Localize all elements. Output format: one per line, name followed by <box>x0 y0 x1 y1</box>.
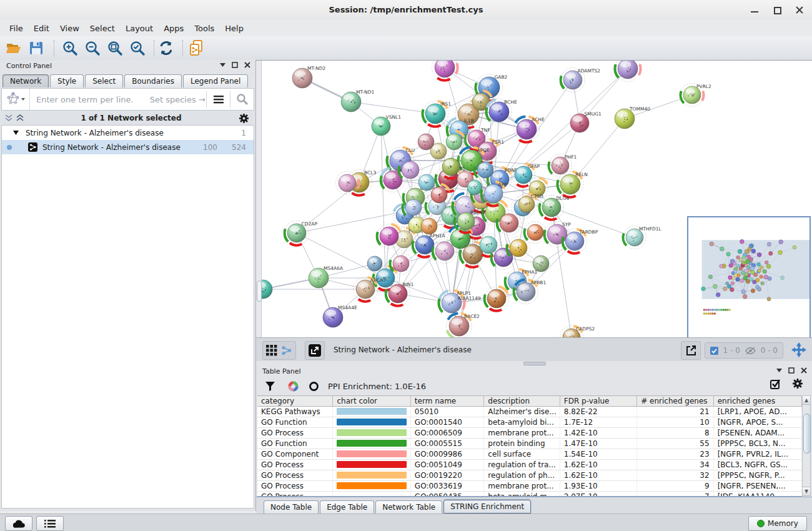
birds-eye-toggle-button[interactable] <box>791 342 807 358</box>
network-node[interactable]: RELN <box>557 172 587 197</box>
task-history-button[interactable] <box>36 516 64 531</box>
network-node[interactable]: SMUG1 <box>570 111 602 132</box>
selected-checkbox-icon[interactable] <box>710 347 718 355</box>
network-node[interactable] <box>467 180 482 195</box>
save-session-button[interactable] <box>27 39 45 57</box>
table-row[interactable]: GO FunctionGO:0005515protein binding1.47… <box>257 439 802 449</box>
scroll-down-arrow[interactable]: ▼ <box>803 487 810 495</box>
chart-settings-button[interactable] <box>288 381 299 392</box>
splitter-grip[interactable] <box>257 280 262 302</box>
panel-splitter-strip[interactable] <box>256 61 262 337</box>
cloud-tasks-button[interactable] <box>5 516 32 531</box>
network-node[interactable]: MS4A4E <box>323 305 357 327</box>
network-node[interactable] <box>485 287 509 311</box>
memory-button[interactable]: Memory <box>748 516 807 531</box>
network-node[interactable]: ACHE <box>514 117 545 142</box>
string-options-button[interactable] <box>207 89 230 110</box>
menu-select[interactable]: Select <box>86 22 119 35</box>
string-protein-query-button[interactable] <box>2 89 30 110</box>
network-node[interactable] <box>418 174 435 191</box>
panel-menu-caret-icon[interactable] <box>776 369 782 372</box>
select-all-checkbox-icon[interactable] <box>770 379 781 389</box>
maximize-button[interactable] <box>773 6 781 14</box>
menu-file[interactable]: File <box>5 22 27 35</box>
column-header-term-name[interactable]: term name <box>411 396 484 407</box>
menu-apps[interactable]: Apps <box>159 22 188 35</box>
collapse-all-button[interactable] <box>5 114 12 122</box>
network-node[interactable]: MT-ND2 <box>292 66 325 88</box>
tab-select[interactable]: Select <box>85 74 123 87</box>
network-node[interactable]: APBB1 <box>514 280 547 304</box>
column-header-chart-color[interactable]: chart color <box>333 396 410 407</box>
collection-row[interactable]: String Network - Alzheimer's disease 1 <box>2 126 254 140</box>
column-header-description[interactable]: description <box>484 396 560 407</box>
table-row[interactable]: GO FunctionGO:0001540beta-amyloid bi...1… <box>257 417 802 428</box>
open-session-button[interactable] <box>5 39 22 57</box>
filter-button[interactable] <box>265 381 275 392</box>
open-in-window-icon[interactable] <box>309 344 321 357</box>
network-node[interactable]: MTHFD1L <box>623 226 661 249</box>
network-node[interactable]: APLP1KIAA1149 <box>438 290 480 316</box>
network-node[interactable]: VSNL1 <box>372 114 401 136</box>
tab-style[interactable]: Style <box>50 74 84 87</box>
menu-edit[interactable]: Edit <box>29 22 54 35</box>
expand-all-button[interactable] <box>16 114 24 122</box>
zoom-in-button[interactable] <box>61 39 79 57</box>
network-node[interactable] <box>615 61 640 82</box>
tab-node-table[interactable]: Node Table <box>264 500 319 514</box>
network-node[interactable] <box>432 61 458 81</box>
table-row[interactable]: GO ProcessGO:0006509membrane prot...1.42… <box>257 428 802 439</box>
network-share-view-icon[interactable] <box>281 345 292 356</box>
hidden-eye-icon[interactable] <box>745 347 756 355</box>
tab-network[interactable]: Network <box>2 74 49 87</box>
species-selector[interactable]: Set species → <box>150 95 206 104</box>
network-node[interactable]: CADPS2 <box>560 326 595 338</box>
tab-boundaries[interactable]: Boundaries <box>124 74 182 87</box>
network-node[interactable] <box>403 197 425 219</box>
table-row[interactable]: GO ComponentGO:0009986cell surface1.54E-… <box>257 449 802 460</box>
scrollbar-thumb[interactable] <box>803 414 811 454</box>
network-node[interactable]: TOMM40 <box>615 106 650 129</box>
column-header-category[interactable]: category <box>257 396 333 407</box>
close-button[interactable] <box>796 6 803 14</box>
network-node[interactable] <box>367 256 382 271</box>
table-row[interactable]: GO ProcessGO:0033619membrane prot...1.93… <box>257 481 802 492</box>
gear-icon[interactable] <box>792 378 803 389</box>
table-row[interactable]: GO ProcessGO:0019220regulation of ph...1… <box>257 470 802 481</box>
column-header-FDR-p-value[interactable]: FDR p-value <box>560 396 637 407</box>
network-canvas[interactable]: MT-ND2MT-ND1VSNL1GAB2ADAMTS2PVRL2SMUG1TO… <box>256 60 812 337</box>
table-row[interactable]: KEGG Pathways05010Alzheimer's dise...8.8… <box>257 407 802 417</box>
network-node[interactable]: BACE2 <box>447 314 480 338</box>
network-node[interactable]: MS4A6A <box>309 266 344 288</box>
zoom-selected-button[interactable] <box>129 39 146 57</box>
network-node[interactable] <box>533 256 549 272</box>
column-header-enriched-genes[interactable]: enriched genes <box>714 396 802 407</box>
network-node[interactable] <box>418 134 434 150</box>
zoom-out-button[interactable] <box>84 39 101 57</box>
tab-legend-panel[interactable]: Legend Panel <box>183 74 248 87</box>
tab-string-enrichment[interactable]: STRING Enrichment <box>443 500 531 514</box>
tree-expand-caret-icon[interactable] <box>13 131 19 135</box>
refresh-button[interactable] <box>157 39 175 57</box>
table-scrollbar[interactable]: ▲ ▼ <box>802 395 811 496</box>
menu-view[interactable]: View <box>56 22 84 35</box>
menu-layout[interactable]: Layout <box>121 22 157 35</box>
tab-network-table[interactable]: Network Table <box>375 500 442 514</box>
panel-float-icon[interactable] <box>232 62 238 68</box>
scroll-up-arrow[interactable]: ▲ <box>803 396 810 405</box>
panel-close-icon[interactable] <box>244 62 250 68</box>
menu-tools[interactable]: Tools <box>190 22 219 35</box>
network-node[interactable]: PVRL2 <box>680 84 711 107</box>
string-search-button[interactable] <box>231 89 254 110</box>
network-node[interactable] <box>421 218 437 234</box>
birds-eye-view[interactable] <box>687 216 811 337</box>
network-node[interactable] <box>525 222 547 244</box>
network-node[interactable] <box>390 253 412 275</box>
minimize-button[interactable] <box>751 6 758 14</box>
grid-view-icon[interactable] <box>266 345 277 356</box>
table-row[interactable]: GO ProcessGO:0050435beta-amyloid m...2.0… <box>257 492 802 497</box>
clone-network-button[interactable] <box>187 39 205 57</box>
horizontal-splitter[interactable] <box>256 361 812 365</box>
panel-menu-caret-icon[interactable] <box>220 63 225 67</box>
network-panel-settings-button[interactable] <box>239 113 249 124</box>
